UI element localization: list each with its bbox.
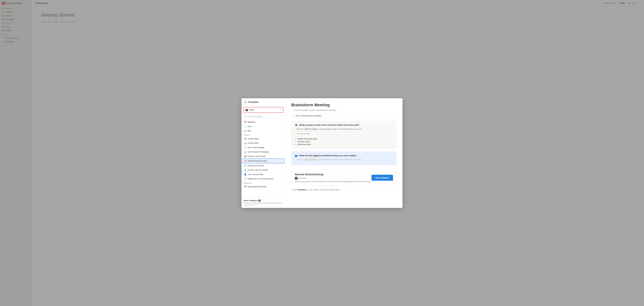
arrow-down-icon: ↓ — [291, 109, 292, 111]
template-item-label: Remote Brainstorming — [248, 160, 267, 162]
template-item-brainstorming[interactable]: 🧠 Remote Brainstorming — [243, 158, 284, 163]
template-item-label: Docs — [248, 125, 252, 127]
template-item-label: User Research Database — [248, 151, 269, 153]
template-item-label: Product Launch Brief — [248, 155, 265, 157]
add-idea-code-2: Add an idea — [304, 158, 317, 161]
vision-icon: 🔺 — [244, 146, 246, 149]
template-by: N By Notion — [295, 177, 371, 180]
chevron-down-icon: ▾ — [280, 109, 282, 111]
templates-modal: 📋 Templates 💼 Work ▾ 🔍 Search templates … — [242, 98, 402, 208]
meetings-icon: 📅 — [244, 121, 246, 123]
product-spec-icon: 🛠️ — [244, 138, 246, 140]
work-label: Work — [250, 109, 280, 111]
template-item-okr[interactable]: 📈 Objectives & Key Results Trac... — [243, 177, 284, 181]
template-info-name: Remote Brainstorming — [295, 173, 371, 176]
user-journey-icon: 👤 — [244, 173, 246, 176]
product-category-label: Product — [243, 133, 284, 137]
template-item-label: Meetings — [248, 121, 256, 123]
template-item-vision-strategy[interactable]: 🔺 Vision and Strategy — [243, 145, 284, 150]
question-block-2: 👥 What are the biggest problems facing o… — [291, 151, 397, 165]
add-idea-button-1[interactable]: 💡 Add an idea — [295, 132, 312, 136]
preview-title: Brainstorm Meeting — [291, 103, 397, 107]
okr-icon: 📈 — [244, 178, 246, 180]
search-icon: 🔍 — [245, 115, 247, 118]
template-list: 📅 Meetings 📄 Docs 📖 Wiki Product 🛠️ Prod… — [242, 120, 285, 198]
plus-icon: + — [294, 115, 295, 117]
bullet-list-1: @Matt Piccolella (Old) - @Yiwen Zhan - @… — [295, 138, 393, 145]
question-1-instruction: ↓ Click the Add an idea to automatically… — [295, 128, 393, 130]
blog-icon: 📅 — [244, 186, 246, 188]
template-item-label: Objectives & Key Results Trac... — [248, 178, 275, 180]
preview-instruction: ↓ ↓ Click this button to add a new brain… — [291, 109, 397, 111]
question-1-icon: 💻 — [295, 124, 298, 126]
template-item-label: Experiment Results — [248, 164, 264, 167]
add-brainstorm-button[interactable]: + Add a new brainstorm question — [291, 114, 397, 118]
lightbulb-icon: 💡 — [297, 133, 299, 135]
bullet-item: @Matt Piccolella (Old) - — [298, 138, 393, 140]
hint-bold: Templates — [297, 189, 306, 191]
template-item-launch-brief[interactable]: 🚀 Product Launch Brief — [243, 154, 284, 158]
template-item-meetings[interactable]: 📅 Meetings — [243, 120, 284, 124]
info-circle-icon: ? — [258, 199, 261, 202]
templates-header-title: Templates — [248, 101, 258, 103]
question-2-instruction: ↓ Click the Add an idea to automatically… — [295, 158, 393, 161]
template-search[interactable]: 🔍 Search templates — [243, 114, 284, 119]
docs-icon: 📄 — [244, 125, 246, 128]
work-dropdown[interactable]: 💼 Work ▾ — [243, 107, 284, 113]
templates-sidebar: 📋 Templates 💼 Work ▾ 🔍 Search templates … — [242, 98, 286, 208]
brainstorming-icon: 🧠 — [244, 160, 247, 162]
template-item-product-wiki[interactable]: 📊 Product Wiki — [243, 141, 284, 145]
template-item-user-research[interactable]: 🔬 User Research Database — [243, 150, 284, 154]
more-templates[interactable]: More templates ? Discover thousands of t… — [242, 198, 285, 208]
template-item-label: Product Spec — [248, 138, 259, 140]
question-1-text: What products exist in the world we thin… — [299, 124, 393, 126]
template-item-user-journey[interactable]: 👤 User Journey Map — [243, 172, 284, 177]
template-item-label: Blog Editorial Schedul... — [248, 186, 268, 188]
work-icon: 💼 — [245, 108, 248, 111]
template-desc: Boost your teams remote collaboration wi… — [295, 180, 371, 183]
template-item-label: Wiki — [248, 130, 251, 132]
experiment-icon: 🧪 — [244, 164, 246, 167]
template-info-bar: Remote Brainstorming N By Notion Boost y… — [291, 170, 397, 186]
template-item-blog[interactable]: 📅 Blog Editorial Schedul... — [243, 185, 284, 189]
template-item-label: Vision and Strategy — [248, 146, 264, 149]
product-wiki-icon: 📊 — [244, 142, 246, 144]
template-preview: Brainstorm Meeting ↓ ↓ Click this button… — [286, 98, 402, 208]
more-templates-title: More templates ? — [244, 199, 283, 202]
template-item-label: Product Wiki — [248, 142, 258, 144]
notion-logo: N — [295, 177, 298, 180]
launch-tracker-icon: 📡 — [244, 169, 246, 171]
bottom-hint: • Click Templates in your sidebar to add… — [291, 189, 397, 191]
question-2-header: 👥 What are the biggest problems facing o… — [295, 154, 393, 157]
template-info-left: Remote Brainstorming N By Notion Boost y… — [295, 173, 371, 183]
launch-brief-icon: 🚀 — [244, 155, 246, 157]
template-item-experiment[interactable]: 🧪 Experiment Results — [243, 163, 284, 168]
template-item-product-spec[interactable]: 🛠️ Product Spec — [243, 137, 284, 141]
template-item-docs[interactable]: 📄 Docs — [243, 124, 284, 129]
template-item-label: User Journey Map — [248, 173, 263, 175]
bullet-item: @Sohrab Amin - — [298, 143, 393, 145]
templates-header-icon: 📋 — [244, 101, 247, 103]
question-2-icon: 👥 — [295, 154, 298, 157]
get-template-wrapper: Get template ↖ — [372, 175, 393, 181]
search-input[interactable]: Search templates — [248, 115, 263, 118]
question-2-text: What are the biggest problems facing our… — [299, 154, 393, 157]
templates-header: 📋 Templates — [242, 98, 285, 105]
add-idea-code: Add an idea — [304, 128, 317, 130]
wiki-icon: 📖 — [244, 130, 246, 132]
marketing-category-label: Marketing — [243, 181, 284, 185]
template-item-label: Product Launch Tracker — [248, 169, 268, 171]
bullet-item: @Yiwen Zhan - — [298, 140, 393, 143]
question-1-header: 💻 What products exist in the world we th… — [295, 124, 393, 126]
get-template-button[interactable]: Get template — [372, 175, 393, 181]
user-research-icon: 🔬 — [244, 151, 246, 153]
modal-overlay[interactable]: 📋 Templates 💼 Work ▾ 🔍 Search templates … — [0, 0, 644, 306]
more-templates-desc: Discover thousands of templates made by … — [244, 202, 283, 206]
template-item-launch-tracker[interactable]: 📡 Product Launch Tracker — [243, 168, 284, 172]
question-block-1: 💻 What products exist in the world we th… — [291, 121, 397, 149]
template-item-wiki[interactable]: 📖 Wiki — [243, 129, 284, 133]
